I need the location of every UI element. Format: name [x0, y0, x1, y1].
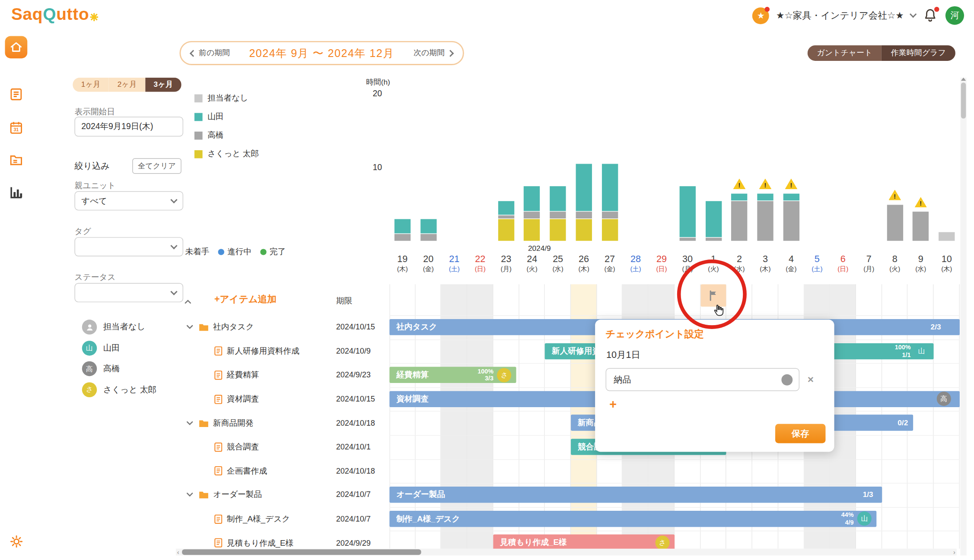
popup-date: 10月1日 [606, 349, 640, 361]
member-avatar: さ [82, 382, 97, 397]
start-date-input[interactable]: 2024年9月19日(木) [75, 117, 184, 136]
task-deadline: 2024/10/18 [336, 419, 375, 427]
horizontal-scroll-thumb[interactable] [182, 549, 421, 555]
gantt-bar[interactable]: オーダー製品1/3 [389, 487, 882, 503]
remove-checkpoint-button[interactable]: × [808, 373, 814, 386]
chevron-down-icon[interactable] [186, 493, 193, 498]
gantt-row-item[interactable]: 企画書作成2024/10/18 [176, 459, 390, 483]
task-label: オーダー製品 [213, 489, 262, 500]
parent-unit-select[interactable]: すべて [75, 191, 184, 211]
progress-label: 100%1/1 [895, 344, 911, 358]
period-button-3ヶ月[interactable]: 3ヶ月 [145, 78, 181, 92]
prev-period-button[interactable]: 前の期間 [191, 48, 230, 58]
gantt-row-item[interactable]: 制作_A様_デスク2024/10/7 [176, 507, 390, 531]
chart-legend-item: 山田 [194, 108, 259, 126]
member-filter-item[interactable]: 担当者なし [82, 318, 146, 335]
timeline-day: 9(水) [908, 253, 934, 283]
legend-label: 山田 [207, 111, 223, 122]
view-button-active[interactable]: ガントチャート [808, 45, 882, 61]
app-logo[interactable]: SaqQutto [11, 5, 98, 25]
add-checkpoint-button[interactable]: + [609, 397, 617, 411]
chevron-down-icon[interactable] [910, 11, 917, 18]
gantt-row-item[interactable]: 経費精算2024/9/23 [176, 363, 390, 387]
gantt-row-group[interactable]: 社内タスク2024/10/15 [176, 315, 390, 339]
document-icon [214, 395, 223, 404]
chevron-down-icon [170, 196, 177, 203]
scroll-up-arrow-icon[interactable] [961, 78, 966, 81]
top-bar: SaqQutto ★ ★☆家具・インテリア会社☆★ 河 [0, 0, 974, 31]
nav-folder-button[interactable] [5, 149, 28, 171]
member-filter-item[interactable]: 高高橋 [82, 360, 120, 377]
nav-home-button[interactable] [5, 36, 28, 58]
period-button-2ヶ月[interactable]: 2ヶ月 [109, 78, 145, 92]
next-period-button[interactable]: 次の期間 [414, 48, 453, 58]
usage-bar-segment [705, 201, 721, 237]
start-date-label: 表示開始日 [75, 106, 115, 117]
horizontal-scrollbar[interactable]: ‹ › [176, 549, 957, 556]
nav-list-button[interactable] [5, 83, 28, 106]
task-deadline: 2024/10/15 [336, 323, 375, 332]
warning-icon: ! [888, 190, 901, 200]
task-count-label: 2/3 [931, 323, 941, 332]
usage-bar-segment [757, 193, 773, 200]
checkpoint-name-input[interactable]: 納品 [606, 368, 800, 391]
gantt-row-item[interactable]: 新人研修用資料作成2024/10/9 [176, 339, 390, 363]
y-axis-tick: 10 [348, 163, 382, 172]
gantt-row-item[interactable]: 資材調査2024/10/15 [176, 387, 390, 411]
logo-letter: t [67, 5, 73, 25]
scroll-left-arrow-icon[interactable]: ‹ [177, 549, 179, 555]
period-range-label: 2024年 9月 〜 2024年 12月 [249, 46, 394, 61]
status-legend-item: 完了 [260, 247, 286, 258]
timeline-day: 22(日) [467, 253, 493, 283]
view-button-inactive[interactable]: 作業時間グラフ [882, 45, 955, 61]
notification-bell-icon[interactable] [923, 7, 939, 23]
grid-row-line [389, 483, 960, 484]
assignee-avatar: さ [655, 535, 669, 550]
document-icon [214, 370, 223, 380]
gantt-list-header: +アイテム追加 期限 [176, 285, 390, 314]
status-select[interactable] [75, 283, 184, 303]
nav-chart-button[interactable] [5, 181, 28, 204]
gantt-bar[interactable]: 制作_A様_デスク44%4/9山 [389, 511, 876, 527]
checkpoint-color-dot[interactable] [781, 374, 793, 386]
usage-bar-segment [602, 219, 618, 241]
usage-bar-segment [498, 215, 514, 218]
user-avatar[interactable]: 河 [945, 6, 964, 25]
collapse-all-button[interactable] [185, 295, 191, 307]
member-filter-item[interactable]: ささくっと 太郎 [82, 381, 157, 398]
scroll-right-arrow-icon[interactable]: › [953, 549, 955, 555]
timeline-day: 26(木) [571, 253, 597, 283]
chevron-down-icon[interactable] [186, 421, 193, 426]
usage-bar-segment [679, 238, 695, 241]
org-name[interactable]: ★☆家具・インテリア会社☆★ [776, 9, 904, 21]
period-button-1ヶ月[interactable]: 1ヶ月 [73, 78, 109, 92]
save-button[interactable]: 保存 [775, 424, 825, 443]
usage-bar-segment [679, 186, 695, 237]
gantt-row-group[interactable]: オーダー製品2024/10/7 [176, 483, 390, 507]
warning-icon: ! [759, 178, 772, 189]
org-star-icon[interactable]: ★ [752, 7, 769, 24]
clear-all-button[interactable]: 全てクリア [132, 158, 181, 174]
tag-select[interactable] [75, 237, 184, 256]
gantt-bar[interactable]: 経費精算100%3/3さ [389, 367, 516, 383]
vertical-scrollbar[interactable] [960, 78, 966, 556]
gantt-row-item[interactable]: 競合調査2024/10/1 [176, 435, 390, 459]
timeline-day: 20(金) [415, 253, 441, 283]
nav-settings-gear-button[interactable] [5, 530, 28, 553]
status-label: 進行中 [227, 247, 251, 258]
chevron-down-icon [170, 242, 177, 249]
member-avatar: 山 [82, 340, 97, 355]
add-item-button[interactable]: +アイテム追加 [214, 294, 277, 305]
gantt-row-group[interactable]: 新商品開発2024/10/18 [176, 411, 390, 435]
task-deadline: 2024/10/7 [336, 490, 371, 499]
member-filter-item[interactable]: 山山田 [82, 339, 120, 357]
filter-panel: 1ヶ月2ヶ月3ヶ月 表示開始日 2024年9月19日(木) 絞り込み 全てクリア… [32, 31, 162, 560]
assignee-avatar: 山 [914, 344, 929, 358]
chart-legend-item: さくっと 太郎 [194, 145, 259, 163]
vertical-scroll-thumb[interactable] [961, 82, 966, 118]
nav-calendar-button[interactable]: 31 [5, 117, 28, 139]
icon-rail: 31 [0, 31, 32, 560]
timeline-day: 24(火) [519, 253, 545, 283]
chevron-down-icon[interactable] [186, 325, 193, 330]
gantt-bar-label: オーダー製品 [389, 489, 863, 500]
